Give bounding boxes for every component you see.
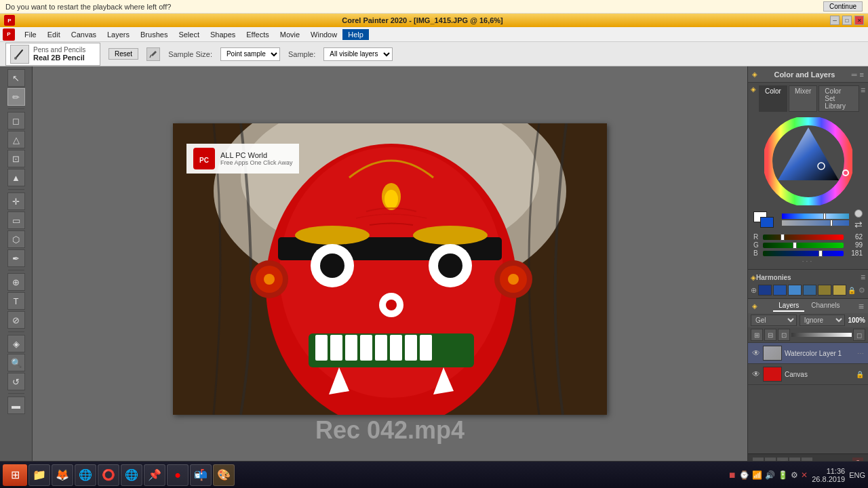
canvas-area[interactable]: PC ALL PC World Free Apps One Click Away… [33,66,747,472]
tool-text[interactable]: T [7,292,25,310]
sample-select[interactable]: All visible layers Current layer [323,47,393,61]
more-options-dots[interactable]: ··· [753,258,863,265]
harmony-swatch-1[interactable] [758,285,772,296]
taskbar-volume-icon: 🔊 [765,470,775,480]
color-wheel-wrapper[interactable] [764,117,852,205]
taskbar-file-manager[interactable]: 📁 [28,464,50,486]
taskbar-mail[interactable]: 📬 [190,464,212,486]
menu-layers[interactable]: Layers [102,29,135,40]
tool-zoom[interactable]: 🔍 [7,354,25,371]
background-swatch[interactable] [760,217,774,228]
fg-bg-swatch[interactable] [753,211,775,228]
b-slider[interactable] [763,251,844,256]
taskbar-clock: 11:36 26.8.2019 [812,467,845,483]
reset-button[interactable]: Reset [108,48,138,60]
notification-bar: Do you want to restart the playback wher… [0,0,868,14]
tool-clone[interactable]: ⊕ [7,273,25,291]
harmony-swatch-5[interactable] [818,285,831,296]
layer-opacity-slider[interactable] [791,333,852,337]
menu-effects[interactable]: Effects [241,29,274,40]
tool-rotate[interactable]: ↺ [7,373,25,390]
tool-shape[interactable]: △ [7,131,25,148]
color-wheel-container [751,115,865,208]
layer-tool-3[interactable]: ⊡ [778,329,790,341]
harmony-swatch-6[interactable] [833,285,846,296]
tool-move[interactable]: ↖ [7,69,25,87]
tab-layers[interactable]: Layers [773,300,804,312]
close-button[interactable]: ✕ [854,16,864,25]
tab-color-set-library[interactable]: Color Set Library [818,85,859,112]
svg-point-32 [508,274,519,285]
tab-color[interactable]: Color [759,85,787,112]
saturation-slider[interactable] [782,220,849,226]
harmonies-lock-icon[interactable]: 🔒 [848,287,856,294]
tool-paint-bucket[interactable]: ▲ [7,169,25,186]
preserve-select[interactable]: Ignore Preserve [800,314,846,326]
tool-bottom[interactable]: ▬ [7,396,25,414]
taskbar-record[interactable]: ● [167,464,189,486]
taskbar-firefox[interactable]: 🦊 [52,464,73,486]
layers-menu-button[interactable]: ≡ [859,301,864,312]
r-slider[interactable] [763,235,844,240]
tool-lasso[interactable]: ⬡ [7,230,25,248]
sample-size-select[interactable]: Point sample 3x3 Average 5x5 Average [220,47,280,61]
swap-colors-button[interactable]: ⇄ [854,219,863,230]
menu-shapes[interactable]: Shapes [205,29,241,40]
layer-item-canvas[interactable]: 👁 Canvas 🔒 [748,364,868,385]
white-swatch[interactable] [854,209,863,218]
taskbar-browser-2[interactable]: ⭕ [98,464,119,486]
menu-canvas[interactable]: Canvas [66,29,102,40]
panel-menu-button[interactable]: ≡ [860,70,864,79]
menu-edit[interactable]: Edit [42,29,66,40]
tool-blend[interactable]: ⊘ [7,311,25,329]
start-button[interactable]: ⊞ [3,464,27,486]
color-panel-menu[interactable]: ≡ [861,85,865,112]
layer-item-watercolor[interactable]: 👁 Watercolor Layer 1 ⋯ [748,343,868,364]
tool-brush[interactable]: ✏ [7,88,25,106]
svg-rect-21 [345,335,357,361]
hue-slider[interactable] [782,214,849,219]
layer-tool-2[interactable]: ⊟ [764,329,776,341]
g-slider[interactable] [763,243,844,248]
tool-transform[interactable]: ✛ [7,192,25,210]
harmony-swatch-3[interactable] [788,285,802,296]
harmony-swatch-2[interactable] [773,285,787,296]
tool-dropper[interactable]: ◈ [7,335,25,352]
harmonies-menu-button[interactable]: ≡ [861,272,865,282]
menu-file[interactable]: File [19,29,42,40]
menu-brushes[interactable]: Brushes [135,29,173,40]
maximize-button[interactable]: □ [842,16,852,25]
tab-mixer[interactable]: Mixer [789,85,817,112]
layer-tool-1[interactable]: ⊞ [751,329,763,341]
layer-visibility-canvas[interactable]: 👁 [752,369,760,379]
eyedropper-icon[interactable] [146,47,160,61]
brush-selector[interactable]: Pens and Pencils Real 2B Pencil [5,43,100,66]
menu-help[interactable]: Help [342,29,369,40]
tool-rect-select[interactable]: ▭ [7,211,25,229]
svg-point-11 [413,226,488,245]
harmony-swatch-4[interactable] [803,285,816,296]
layer-visibility-watercolor[interactable]: 👁 [752,348,760,358]
minimize-button[interactable]: ─ [830,16,840,25]
menu-movie[interactable]: Movie [275,29,305,40]
panel-collapse-button[interactable]: ═ [852,70,857,79]
taskbar-clock-icon: ⌚ [739,470,749,480]
taskbar-app-1[interactable]: 📌 [144,464,165,486]
taskbar-painter[interactable]: 🎨 [213,464,235,486]
taskbar-browser-3[interactable]: 🌐 [121,464,142,486]
taskbar-browser-1[interactable]: 🌐 [75,464,96,486]
tool-pen[interactable]: ✒ [7,249,25,267]
layer-options-watercolor[interactable]: ⋯ [857,350,864,357]
taskbar-record-icon: ⏹ [728,470,736,480]
blend-mode-select[interactable]: Gel Normal Multiply Screen [751,314,797,326]
menu-window[interactable]: Window [305,29,342,40]
menu-select[interactable]: Select [173,29,205,40]
tool-eraser[interactable]: ◻ [7,112,25,129]
language-indicator[interactable]: ENG [849,471,865,479]
continue-button[interactable]: Continue [823,1,863,12]
harmonies-dropper-icon[interactable]: ⊕ [751,286,757,295]
layer-tool-mask[interactable]: ◻ [853,329,865,341]
tool-crop[interactable]: ⊡ [7,150,25,167]
harmonies-settings-icon[interactable]: ⚙ [859,286,865,295]
tab-channels[interactable]: Channels [806,300,845,312]
